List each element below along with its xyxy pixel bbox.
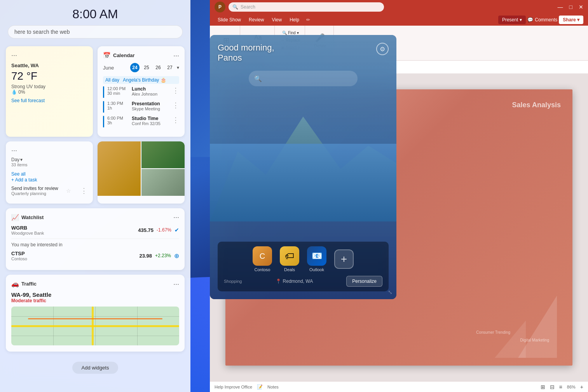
start-app-contoso[interactable]: C Contoso — [253, 246, 272, 272]
weather-more[interactable]: ··· — [11, 52, 17, 59]
stock-row-2[interactable]: CTSP Contoso 23.98 +2.23% ⊕ — [11, 251, 179, 261]
ppt-present-chevron: ▾ — [520, 17, 522, 23]
watchlist-more-btn[interactable]: ··· — [173, 214, 179, 221]
cal-date-24[interactable]: 24 — [130, 63, 140, 72]
add-icon-symbol: + — [341, 253, 347, 265]
ppt-search-bar[interactable]: 🔍 Search — [229, 2, 384, 12]
find-icon: 🔍 — [282, 31, 287, 35]
cal-event-more-3[interactable]: ⋮ — [172, 116, 179, 124]
cal-date-26[interactable]: 26 — [154, 63, 163, 72]
stock-check-icon-1[interactable]: ✔ — [174, 227, 179, 233]
widgets-search[interactable]: here to search the web — [8, 25, 183, 38]
statusbar-zoom: 86% — [567, 385, 576, 389]
weather-description: Strong UV today — [11, 84, 87, 89]
image-grid-widget — [98, 141, 185, 204]
ppt-minimize-btn[interactable]: — — [558, 4, 563, 10]
cal-event-more-2[interactable]: ⋮ — [172, 101, 179, 110]
start-app-deals[interactable]: 🏷 Deals — [280, 246, 299, 272]
start-menu: Good morning, Panos ⚙ 🔍 C Contoso — [210, 35, 396, 299]
start-settings-btn[interactable]: ⚙ — [376, 43, 389, 55]
weather-precip: 💧 0% — [11, 89, 87, 95]
img-cell-1 — [98, 141, 141, 196]
cal-event-bar-3 — [103, 116, 104, 127]
start-bottom-link-shopping[interactable]: Shopping — [224, 279, 242, 284]
start-personalize-btn[interactable]: Personalize — [346, 276, 382, 287]
find-chevron: ▾ — [297, 31, 299, 35]
calendar-dates: 24 25 26 27 ▾ — [130, 63, 179, 72]
ppt-search-icon: 🔍 — [232, 4, 238, 10]
ppt-share-label: Share — [563, 17, 576, 23]
ppt-menu-view[interactable]: View — [269, 16, 285, 24]
ppt-present-btn[interactable]: Present ▾ — [498, 16, 526, 24]
traffic-more-btn[interactable]: ··· — [173, 280, 179, 287]
tasks-more-btn[interactable]: ··· — [11, 147, 17, 154]
cal-event-2[interactable]: 1:30 PM 1h Presentation Skype Meeting ⋮ — [103, 101, 179, 113]
ppt-share-btn[interactable]: Share ▾ — [559, 16, 583, 24]
calendar-more-btn[interactable]: ··· — [173, 52, 179, 59]
ppt-search-placeholder: Search — [241, 4, 255, 10]
weather-forecast-link[interactable]: See full forecast — [11, 98, 87, 103]
calendar-chevron[interactable]: ▾ — [177, 65, 179, 70]
cal-date-25[interactable]: 25 — [142, 63, 151, 72]
stock-row-1[interactable]: WGRB Woodgrove Bank 435.75 -1.67% ✔ — [11, 225, 179, 235]
statusbar-zoom-in[interactable]: + — [580, 384, 583, 390]
ppt-maximize-btn[interactable]: □ — [569, 4, 572, 10]
ppt-comments-label: Comments — [535, 17, 557, 23]
start-greeting-row: Good morning, Panos ⚙ — [218, 43, 389, 63]
statusbar-view-reader[interactable]: ≡ — [559, 384, 562, 390]
outlook-icon-symbol: 📧 — [312, 251, 322, 261]
cal-date-27[interactable]: 27 — [165, 63, 174, 72]
cal-event-details-3: Studio Time Conf Rm 32/35 — [132, 116, 161, 126]
cal-event-more-1[interactable]: ⋮ — [172, 86, 179, 95]
ppt-menu-help[interactable]: Help — [286, 16, 302, 24]
weather-location: Seattle, WA — [11, 63, 87, 68]
statusbar-view-slide[interactable]: ⊟ — [550, 384, 555, 390]
start-app-add[interactable]: + — [334, 249, 354, 269]
tasks-day-label[interactable]: Day ▾ — [11, 157, 87, 162]
task-star-icon[interactable]: ☆ — [66, 188, 71, 194]
traffic-header: 🚗 Traffic ··· — [11, 280, 179, 287]
start-app-outlook[interactable]: 📧 Outlook — [307, 246, 326, 272]
cal-event-bar-1 — [103, 86, 104, 98]
weather-widget: ··· Seattle, WA 72 °F Strong UV today 💧 … — [6, 46, 93, 137]
widgets-header: 8:00 AM — [0, 0, 190, 25]
tasks-see-all[interactable]: See all — [11, 171, 26, 177]
cal-event-time-3: 6:00 PM 3h — [107, 116, 129, 125]
ppt-user-avatar[interactable]: P — [215, 2, 225, 12]
widgets-panel: 8:00 AM here to search the web ··· Seatt… — [0, 0, 190, 392]
ppt-menu-review[interactable]: Review — [246, 16, 267, 24]
traffic-widget: 🚗 Traffic ··· WA-99, Seattle Moderate tr… — [6, 275, 185, 352]
task-more-icon[interactable]: ⋮ — [80, 186, 87, 195]
statusbar-view-normal[interactable]: ⊞ — [541, 384, 545, 390]
widgets-time: 8:00 AM — [8, 7, 183, 21]
ppt-close-btn[interactable]: ✕ — [579, 4, 583, 10]
ppt-statusbar: Help Improve Office 📝 Notes ⊞ ⊟ ≡ 86% + — [210, 381, 588, 392]
ppt-menu-slideshow[interactable]: Slide Show — [215, 16, 244, 24]
search-placeholder: here to search the web — [14, 29, 70, 35]
ppt-draw-icon[interactable]: ✏ — [304, 16, 312, 24]
cal-event-1[interactable]: 12:00 PM 30 min Lunch Alex Johnson ⋮ — [103, 86, 179, 98]
stock-info-2: CTSP Contoso — [11, 251, 27, 261]
statusbar-notes[interactable]: Notes — [267, 385, 279, 389]
ppt-comments-btn[interactable]: 💬 Comments — [527, 17, 557, 23]
add-task-link[interactable]: + Add a task — [11, 177, 87, 183]
task-item-1[interactable]: Send invites for review Quarterly planni… — [11, 186, 87, 196]
calendar-icon: 📅 — [103, 52, 111, 59]
cal-event-bar-2 — [103, 101, 104, 113]
start-apps-row: C Contoso 🏷 Deals 📧 Outlook — [224, 246, 382, 272]
watchlist-title: Watchlist — [21, 214, 44, 220]
cal-event-3[interactable]: 6:00 PM 3h Studio Time Conf Rm 32/35 ⋮ — [103, 116, 179, 127]
ppt-menubar: Slide Show Review View Help ✏ Present ▾ … — [210, 14, 588, 26]
tasks-widget: ··· Day ▾ 33 items See all + Add a task … — [6, 141, 93, 204]
cal-allday-event[interactable]: All day Angela's Birthday 🎂 — [103, 76, 179, 84]
start-search-bar[interactable]: 🔍 — [249, 71, 358, 86]
weather-temp: 72 °F — [11, 70, 87, 82]
stock-info-1: WGRB Woodgrove Bank — [11, 225, 44, 235]
ppt-titlebar: P 🔍 Search — □ ✕ — [210, 0, 588, 14]
add-widgets-btn[interactable]: Add widgets — [72, 362, 119, 374]
statusbar-help-improve[interactable]: Help Improve Office — [215, 385, 252, 389]
slide-label-2: Consumer Trending — [476, 330, 510, 335]
stock-add-icon-2[interactable]: ⊕ — [174, 252, 179, 260]
start-location: 📍 Redmond, WA — [276, 279, 313, 284]
statusbar-notes-icon: 📝 — [257, 384, 263, 390]
